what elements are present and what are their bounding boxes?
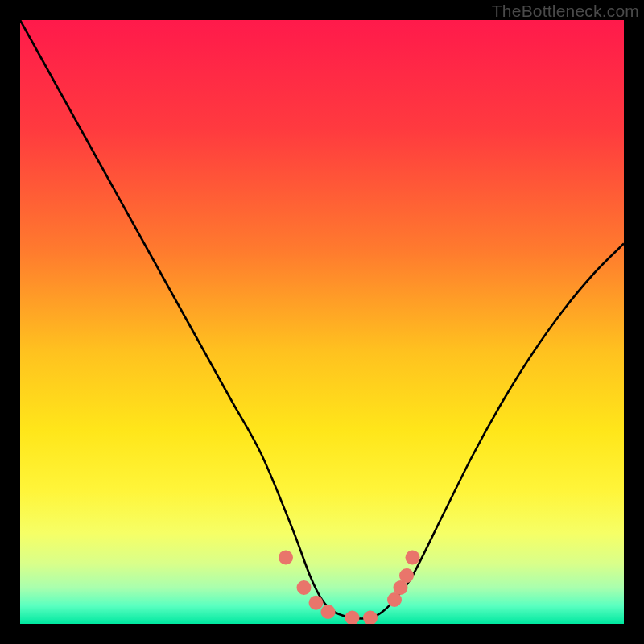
chart-frame: TheBottleneck.com	[0, 0, 644, 644]
markers	[279, 551, 420, 625]
watermark: TheBottleneck.com	[492, 2, 639, 21]
marker-dot	[309, 596, 324, 610]
marker-dot	[321, 605, 336, 619]
marker-dot	[399, 568, 414, 583]
marker-dot	[363, 611, 378, 625]
marker-dot	[297, 580, 312, 595]
plot-area	[20, 20, 624, 624]
marker-dot	[345, 611, 360, 625]
curve-layer	[20, 20, 624, 624]
bottleneck-curve	[20, 20, 624, 618]
marker-dot	[406, 551, 420, 565]
marker-dot	[279, 551, 293, 565]
